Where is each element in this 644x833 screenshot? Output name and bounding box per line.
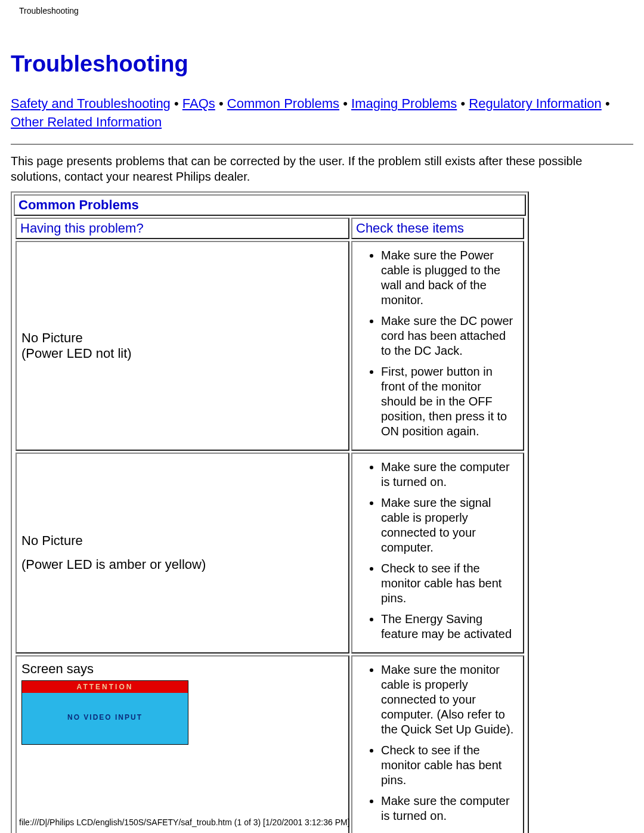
- check-cell: Make sure the computer is turned on. Mak…: [351, 453, 524, 654]
- link-imaging-problems[interactable]: Imaging Problems: [351, 96, 457, 111]
- problem-cell: Screen says ATTENTION NO VIDEO INPUT: [16, 655, 349, 833]
- check-list: Make sure the Power cable is plugged to …: [357, 248, 518, 439]
- page-header-small: Troubleshooting: [0, 0, 644, 16]
- screen-message-box: ATTENTION NO VIDEO INPUT: [21, 680, 188, 745]
- list-item: Make sure the monitor cable is properly …: [381, 662, 518, 737]
- problem-cell: No Picture (Power LED not lit): [16, 241, 349, 451]
- nav-link-row: Safety and Troubleshooting • FAQs • Comm…: [11, 95, 633, 132]
- link-safety-troubleshooting[interactable]: Safety and Troubleshooting: [11, 96, 171, 111]
- problems-table: Having this problem? Check these items N…: [14, 216, 526, 833]
- list-item: Make sure the Power cable is plugged to …: [381, 248, 518, 308]
- screen-attention-label: ATTENTION: [22, 681, 188, 693]
- common-problems-box: Common Problems Having this problem? Che…: [11, 191, 529, 833]
- table-row: Screen says ATTENTION NO VIDEO INPUT Mak…: [16, 655, 524, 833]
- list-item: The Energy Saving feature may be activat…: [381, 612, 518, 642]
- divider: [11, 144, 633, 145]
- link-common-problems[interactable]: Common Problems: [227, 96, 339, 111]
- nav-sep: •: [219, 96, 227, 111]
- link-regulatory-information[interactable]: Regulatory Information: [469, 96, 602, 111]
- list-item: Make sure the computer is turned on.: [381, 460, 518, 490]
- list-item: Check to see if the monitor cable has be…: [381, 743, 518, 788]
- list-item: Make sure the computer is turned on.: [381, 794, 518, 823]
- check-list: Make sure the computer is turned on. Mak…: [357, 460, 518, 642]
- list-item: Check to see if the monitor cable has be…: [381, 561, 518, 606]
- check-cell: Make sure the monitor cable is properly …: [351, 655, 524, 833]
- nav-sep: •: [343, 96, 351, 111]
- spacer: [21, 549, 343, 557]
- problem-line: No Picture: [21, 330, 343, 346]
- check-cell: Make sure the Power cable is plugged to …: [351, 241, 524, 451]
- nav-sep: •: [460, 96, 469, 111]
- page-title: Troubleshooting: [11, 51, 633, 77]
- problem-line: Screen says: [21, 661, 343, 677]
- screen-body-label: NO VIDEO INPUT: [22, 693, 188, 744]
- list-item: First, power button in front of the moni…: [381, 364, 518, 439]
- col-header-problem: Having this problem?: [16, 218, 349, 239]
- col-header-check: Check these items: [351, 218, 524, 239]
- table-row: No Picture (Power LED not lit) Make sure…: [16, 241, 524, 451]
- check-list: Make sure the monitor cable is properly …: [357, 662, 518, 823]
- section-title: Common Problems: [14, 194, 526, 216]
- list-item: Make sure the DC power cord has been att…: [381, 314, 518, 358]
- problem-line: (Power LED not lit): [21, 346, 343, 361]
- table-row: No Picture (Power LED is amber or yellow…: [16, 453, 524, 654]
- nav-sep: •: [174, 96, 182, 111]
- intro-paragraph: This page presents problems that can be …: [11, 153, 633, 184]
- nav-sep: •: [605, 96, 610, 111]
- problem-line: (Power LED is amber or yellow): [21, 557, 343, 572]
- link-other-related-information[interactable]: Other Related Information: [11, 114, 162, 129]
- problem-line: No Picture: [21, 533, 343, 549]
- list-item: Make sure the signal cable is properly c…: [381, 496, 518, 555]
- problem-cell: No Picture (Power LED is amber or yellow…: [16, 453, 349, 654]
- link-faqs[interactable]: FAQs: [182, 96, 215, 111]
- footer-path: file:///D|/Philips LCD/english/150S/SAFE…: [19, 817, 350, 827]
